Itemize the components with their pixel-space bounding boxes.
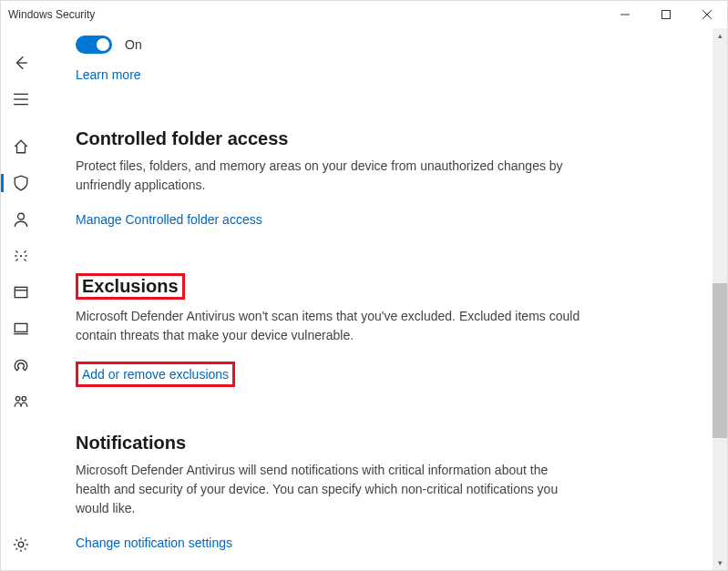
toggle-state-label: On bbox=[125, 37, 142, 52]
family-options-icon[interactable] bbox=[1, 383, 41, 420]
change-notification-settings-link[interactable]: Change notification settings bbox=[76, 535, 232, 550]
controlled-folder-body: Protect files, folders, and memory areas… bbox=[76, 157, 586, 195]
maximize-button[interactable] bbox=[645, 1, 686, 28]
controlled-folder-section: Controlled folder access Protect files, … bbox=[76, 128, 586, 228]
add-remove-exclusions-link[interactable]: Add or remove exclusions bbox=[82, 367, 229, 382]
app-browser-icon[interactable] bbox=[1, 274, 41, 311]
shield-icon[interactable] bbox=[1, 165, 41, 201]
account-icon[interactable] bbox=[1, 201, 41, 238]
svg-point-15 bbox=[22, 396, 26, 401]
controlled-folder-heading: Controlled folder access bbox=[76, 128, 586, 149]
exclusions-section: Exclusions Microsoft Defender Antivirus … bbox=[76, 273, 586, 387]
realtime-toggle[interactable] bbox=[76, 36, 112, 54]
exclusions-link-highlight: Add or remove exclusions bbox=[76, 362, 235, 387]
exclusions-body: Microsoft Defender Antivirus won't scan … bbox=[76, 307, 586, 345]
back-button[interactable] bbox=[1, 45, 41, 81]
sidebar bbox=[1, 28, 41, 570]
device-performance-icon[interactable] bbox=[1, 347, 41, 383]
scrollbar-thumb[interactable] bbox=[713, 283, 727, 438]
scroll-down-arrow[interactable]: ▾ bbox=[713, 556, 727, 570]
svg-point-8 bbox=[18, 213, 25, 219]
svg-rect-12 bbox=[15, 323, 27, 331]
svg-point-9 bbox=[20, 255, 22, 257]
exclusions-heading: Exclusions bbox=[82, 276, 179, 297]
scroll-up-arrow[interactable]: ▴ bbox=[713, 28, 727, 43]
content-area: On Learn more Controlled folder access P… bbox=[41, 28, 727, 570]
notifications-section: Notifications Microsoft Defender Antivir… bbox=[76, 433, 586, 551]
window-title: Windows Security bbox=[8, 8, 604, 21]
notifications-body: Microsoft Defender Antivirus will send n… bbox=[76, 461, 586, 518]
home-icon[interactable] bbox=[1, 128, 41, 165]
firewall-icon[interactable] bbox=[1, 238, 41, 274]
svg-point-14 bbox=[15, 396, 20, 401]
notifications-heading: Notifications bbox=[76, 433, 586, 454]
manage-controlled-folder-link[interactable]: Manage Controlled folder access bbox=[76, 212, 262, 227]
minimize-button[interactable] bbox=[604, 1, 645, 28]
learn-more-link[interactable]: Learn more bbox=[76, 67, 141, 82]
svg-rect-1 bbox=[661, 11, 670, 19]
device-security-icon[interactable] bbox=[1, 311, 41, 347]
exclusions-heading-highlight: Exclusions bbox=[76, 273, 185, 300]
close-button[interactable] bbox=[686, 1, 727, 28]
settings-icon[interactable] bbox=[1, 526, 41, 563]
svg-point-16 bbox=[18, 542, 24, 547]
svg-rect-10 bbox=[15, 287, 27, 297]
titlebar: Windows Security bbox=[1, 1, 727, 28]
menu-button[interactable] bbox=[1, 81, 41, 117]
